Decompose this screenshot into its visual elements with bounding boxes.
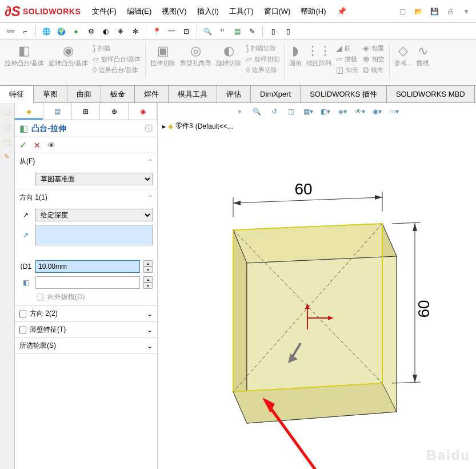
cmd-loft[interactable]: ▱放样凸台/基体 (93, 54, 141, 63)
depth-up-button[interactable]: ▲ (143, 260, 153, 267)
from-select[interactable]: 草图基准面 (35, 173, 153, 185)
cmd-cut-sweep[interactable]: ⟆扫描切除 (246, 43, 279, 53)
print-icon[interactable]: 🖨 (445, 6, 455, 17)
cmd-fillet[interactable]: ◗圆角 (289, 43, 302, 82)
glasses-icon[interactable]: 👓 (5, 26, 16, 37)
section-thin[interactable]: 薄壁特征(T) ⌄ (15, 322, 157, 338)
section-icon[interactable]: ◫ (285, 105, 298, 118)
pg2-icon[interactable]: ▯ (282, 26, 294, 37)
fence-icon[interactable]: ⊡ (181, 26, 192, 37)
rail-icon-3[interactable]: ⬚ (1, 136, 13, 148)
tab-sheetmetal[interactable]: 钣金 (101, 86, 135, 102)
gear-icon[interactable]: ⚙ (85, 26, 97, 37)
zoom-fit-icon[interactable]: ⌖ (234, 105, 246, 118)
direction-icon[interactable]: ↗ (19, 231, 32, 239)
panel-tab-5[interactable]: ◉ (129, 103, 157, 120)
section-dir2[interactable]: 方向 2(2) ⌄ (15, 306, 157, 322)
reverse-dir-icon[interactable]: ↗ (19, 211, 32, 219)
save-icon[interactable]: 💾 (429, 6, 439, 17)
section-from-header[interactable]: 从(F)⌃ (15, 153, 157, 169)
ok-button[interactable]: ✓ (19, 140, 27, 150)
cmd-cut-loft[interactable]: ▱放样切割 (246, 54, 279, 63)
globe-icon[interactable]: ● (70, 26, 82, 37)
world-icon[interactable]: 🌐 (41, 26, 52, 37)
cmd-refgeom[interactable]: ◇参考... (394, 43, 412, 82)
tool-icon[interactable]: ✎ (246, 26, 258, 37)
cmd-cut-extrude[interactable]: ▣拉伸切除 (150, 43, 175, 82)
zoom-area-icon[interactable]: 🔍 (251, 105, 263, 118)
tab-evaluate[interactable]: 评估 (217, 86, 251, 102)
draft-down-button[interactable]: ▼ (143, 283, 153, 289)
scene-icon[interactable]: 👁▾ (354, 105, 366, 118)
tab-dimxpert[interactable]: DimXpert (251, 86, 301, 102)
cmd-cut-boundary[interactable]: ◊边界切除 (246, 65, 279, 74)
prev-view-icon[interactable]: ↺ (268, 105, 281, 118)
menu-tools[interactable]: 工具(T) (229, 6, 254, 17)
menu-edit[interactable]: 编辑(E) (127, 6, 151, 17)
cmd-mirror[interactable]: ⧉镜向 (363, 65, 385, 75)
display-style-icon[interactable]: ◧▾ (319, 105, 332, 118)
help-icon[interactable]: ⓘ (145, 124, 153, 134)
appearance-icon[interactable]: ◉▾ (371, 105, 383, 118)
panel-tab-3[interactable]: ⊞ (72, 103, 101, 120)
cmd-curves[interactable]: ∿曲线 (417, 43, 429, 82)
bracket-icon[interactable]: ⌐ (19, 26, 31, 37)
depth-down-button[interactable]: ▼ (143, 267, 153, 273)
cmd-revolve[interactable]: ◉旋转凸台/基体 (49, 43, 88, 82)
cmd-draft[interactable]: ▱拔模 (336, 54, 358, 63)
tab-weldment[interactable]: 焊件 (135, 86, 169, 102)
viewport-3d[interactable]: ⌖ 🔍 ↺ ◫ ▦▾ ◧▾ ◈▾ 👁▾ ◉▾ ▭▾ ▸ ◈ 零件3 (Defau… (158, 103, 476, 469)
cog-icon[interactable]: ✻ (130, 26, 141, 37)
viewport-opts-icon[interactable]: ▭▾ (388, 105, 401, 118)
more-icon[interactable]: ▾ (461, 6, 471, 17)
ball-icon[interactable]: ◐ (100, 26, 111, 37)
tab-moldtools[interactable]: 模具工具 (169, 86, 217, 102)
preview-button[interactable]: 👁 (47, 141, 55, 150)
rail-icon-4[interactable]: ✎ (1, 151, 13, 162)
wave-icon[interactable]: 〰 (166, 26, 177, 37)
cmd-cut-revolve[interactable]: ◐旋转切除 (216, 43, 241, 82)
expand-icon[interactable]: ▸ (162, 122, 166, 130)
rail-icon-1[interactable]: ⬚ (1, 106, 13, 118)
outward-draft-checkbox[interactable] (37, 293, 44, 301)
draft-icon[interactable]: ◧ (19, 279, 32, 287)
tab-addins[interactable]: SOLIDWORKS 插件 (301, 86, 387, 102)
world2-icon[interactable]: 🌍 (55, 26, 67, 37)
depth-input[interactable] (35, 260, 140, 273)
menu-insert[interactable]: 插入(I) (197, 6, 219, 17)
panel-tab-feature[interactable]: ◈ (15, 103, 43, 120)
menu-view[interactable]: 视图(V) (162, 6, 186, 17)
cmd-boundary[interactable]: ◊边界凸台/基体 (93, 65, 141, 74)
tab-surface[interactable]: 曲面 (67, 86, 101, 102)
part-name[interactable]: 零件3 (175, 121, 193, 131)
hide-show-icon[interactable]: ◈▾ (337, 105, 349, 118)
menu-window[interactable]: 窗口(W) (264, 6, 291, 17)
section-contours[interactable]: 所选轮廓(S) ⌄ (15, 338, 157, 354)
draft-up-button[interactable]: ▲ (143, 276, 153, 283)
pg1-icon[interactable]: ▯ (267, 26, 279, 37)
cmd-sweep[interactable]: ⟆扫描 (93, 43, 141, 53)
tab-feature[interactable]: 特征 (0, 86, 34, 103)
page-icon[interactable]: ▤ (231, 26, 243, 37)
cmd-hole-wizard[interactable]: ◎异型孔向导 (180, 43, 211, 82)
tab-sketch[interactable]: 草图 (34, 86, 67, 102)
draft-input[interactable] (35, 276, 140, 289)
panel-tab-2[interactable]: ▤ (43, 103, 72, 120)
open-icon[interactable]: 📂 (413, 6, 423, 17)
cmd-pattern[interactable]: ⋮⋮线性阵列 (306, 43, 331, 82)
cmd-extrude[interactable]: ◧拉伸凸台/基体 (5, 43, 44, 82)
cmd-intersect[interactable]: ⊗相交 (363, 54, 385, 63)
rail-icon-2[interactable]: ⬚ (1, 121, 13, 133)
cancel-button[interactable]: ✕ (34, 141, 41, 150)
menu-file[interactable]: 文件(F) (92, 6, 117, 17)
cmd-rib[interactable]: ◢筋 (336, 43, 358, 53)
search-icon[interactable]: 🔍 (202, 26, 213, 37)
cmd-shell[interactable]: ◫抽壳 (336, 65, 358, 74)
panel-tab-4[interactable]: ⊕ (100, 103, 129, 120)
pin-icon[interactable]: 📌 (337, 6, 347, 17)
direction-ref-input[interactable] (35, 225, 153, 245)
tab-mbd[interactable]: SOLIDWORKS MBD (387, 86, 475, 102)
cmd-wrap[interactable]: ◈包覆 (363, 43, 385, 53)
menu-help[interactable]: 帮助(H) (301, 6, 326, 17)
font-icon[interactable]: ᴴ (217, 26, 228, 37)
